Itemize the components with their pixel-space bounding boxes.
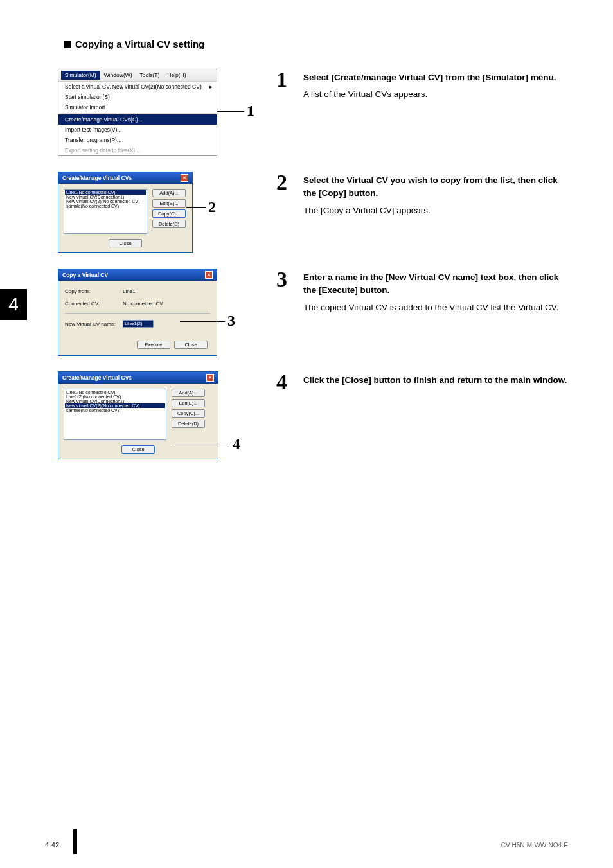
list-item[interactable]: New virtual CV(2)(No connected CV) xyxy=(65,199,146,204)
close-icon[interactable]: × xyxy=(205,271,213,279)
callout-line-3 xyxy=(180,321,225,322)
list-item[interactable]: sample(No connected CV) xyxy=(65,204,146,208)
cv-listbox-2[interactable]: Line1(No connected CV) New virtual CV(Co… xyxy=(64,189,147,234)
connected-cv-value: No connected CV xyxy=(123,301,163,306)
dialog-buttons-2: Add(A)... Edit(E)... Copy(C)... Delete(D… xyxy=(152,189,186,234)
bullet-icon xyxy=(64,41,71,48)
copy-button[interactable]: Copy(C)... xyxy=(152,209,186,218)
step-4-title: Click the [Close] button to finish and r… xyxy=(303,374,567,387)
step-3-text: 3 Enter a name in the [New Virtual CV na… xyxy=(276,269,568,314)
list-item[interactable]: New virtual CV(Connection1) xyxy=(65,399,165,403)
connected-cv-label: Connected CV: xyxy=(65,301,123,306)
step-body-1: Select [Create/manage Virtual CV] from t… xyxy=(303,69,556,102)
close-button[interactable]: Close xyxy=(174,341,208,349)
step-body-3: Enter a name in the [New Virtual CV name… xyxy=(303,269,568,314)
step-4-text: 4 Click the [Close] button to finish and… xyxy=(276,371,568,393)
close-button[interactable]: Close xyxy=(121,445,155,454)
step-row-1: Simulator(M) Window(W) Tools(T) Help(H) … xyxy=(58,69,568,156)
copy-dialog-footer: Execute Close xyxy=(65,334,210,349)
step-row-2: Create/Manage Virtual CVs × Line1(No con… xyxy=(58,172,568,253)
step-row-4: Create/Manage Virtual CVs × Line1(No con… xyxy=(58,371,568,459)
step-2-title: Select the Virtual CV you wish to copy f… xyxy=(303,174,568,200)
page-footer: 4-42 CV-H5N-M-WW-NO4-E xyxy=(0,841,613,849)
copy-dialog-title: Copy a Virtual CV xyxy=(62,272,108,278)
step-2-desc: The [Copy a Virtual CV] appears. xyxy=(303,204,568,217)
connected-cv-row: Connected CV: No connected CV xyxy=(65,301,210,306)
menu-item-import-images[interactable]: Import test images(V)... xyxy=(58,125,217,135)
step-body-2: Select the Virtual CV you wish to copy f… xyxy=(303,172,568,217)
screenshot-4: Create/Manage Virtual CVs × Line1(No con… xyxy=(58,371,251,459)
callout-2: 2 xyxy=(208,199,216,216)
callout-line-4 xyxy=(172,445,230,445)
new-name-label: New Virtual CV name: xyxy=(65,321,123,327)
dialog-title-2: Create/Manage Virtual CVs xyxy=(62,175,132,181)
dialog-footer-4: Close xyxy=(58,445,218,459)
callout-line-1 xyxy=(217,111,244,112)
new-name-input[interactable]: Line1(2) xyxy=(123,320,154,328)
manage-dialog-4: Create/Manage Virtual CVs × Line1(No con… xyxy=(58,371,218,459)
list-item[interactable]: Line1(No connected CV) xyxy=(65,190,146,195)
step-1-text: 1 Select [Create/manage Virtual CV] from… xyxy=(276,69,568,102)
screenshot-3: Copy a Virtual CV × Copy from: Line1 Con… xyxy=(58,269,251,356)
submenu-arrow-icon: ▸ xyxy=(209,84,213,90)
list-item[interactable]: New virtual CV(Connection1) xyxy=(65,195,146,199)
copy-button[interactable]: Copy(C)... xyxy=(172,409,205,418)
step-1-title: Select [Create/manage Virtual CV] from t… xyxy=(303,71,556,84)
callout-3: 3 xyxy=(227,312,235,330)
footer-bar-icon xyxy=(73,829,77,854)
dialog-title-4: Create/Manage Virtual CVs xyxy=(62,375,132,381)
page-content: Copying a Virtual CV setting Simulator(M… xyxy=(0,0,613,459)
doc-id: CV-H5N-M-WW-NO4-E xyxy=(501,842,568,849)
dialog-titlebar-4: Create/Manage Virtual CVs × xyxy=(58,372,218,384)
step-number-1: 1 xyxy=(276,69,294,91)
menu-item-export: Export setting data to files(X)... xyxy=(58,145,217,155)
step-row-3: Copy a Virtual CV × Copy from: Line1 Con… xyxy=(58,269,568,356)
step-1-desc: A list of the Virtual CVs appears. xyxy=(303,88,556,101)
copy-from-row: Copy from: Line1 xyxy=(65,288,210,294)
dialog-footer-2: Close xyxy=(58,239,192,252)
dialog-body-2: Line1(No connected CV) New virtual CV(Co… xyxy=(58,184,192,239)
copy-from-value: Line1 xyxy=(123,288,136,294)
edit-button[interactable]: Edit(E)... xyxy=(172,399,205,407)
close-icon[interactable]: × xyxy=(181,174,188,182)
menu-dropdown: Select a virtual CV. New virtual CV(2)(N… xyxy=(58,82,217,155)
dialog-body-4: Line1(No connected CV) Line1(2)(No conne… xyxy=(58,384,218,445)
step-2-text: 2 Select the Virtual CV you wish to copy… xyxy=(276,172,568,217)
delete-button[interactable]: Delete(D) xyxy=(152,220,186,228)
callout-1: 1 xyxy=(247,102,254,120)
section-heading: Copying a Virtual CV setting xyxy=(64,39,568,49)
app-menu: Simulator(M) Window(W) Tools(T) Help(H) … xyxy=(58,69,217,156)
list-item[interactable]: Line1(2)(No connected CV) xyxy=(65,394,165,399)
chapter-tab: 4 xyxy=(0,289,27,320)
step-3-desc: The copied Virtual CV is added to the Vi… xyxy=(303,301,568,314)
add-button[interactable]: Add(A)... xyxy=(152,189,186,197)
step-number-3: 3 xyxy=(276,269,294,290)
close-button[interactable]: Close xyxy=(109,239,142,247)
step-body-4: Click the [Close] button to finish and r… xyxy=(303,371,567,387)
menu-simulator[interactable]: Simulator(M) xyxy=(61,71,100,80)
menu-tools[interactable]: Tools(T) xyxy=(136,71,164,80)
menu-item-transfer[interactable]: Transfer programs(P)... xyxy=(58,135,217,145)
menu-help[interactable]: Help(H) xyxy=(163,71,190,80)
step-3-title: Enter a name in the [New Virtual CV name… xyxy=(303,271,568,297)
menu-item-start-sim[interactable]: Start simulation(S) xyxy=(58,92,217,102)
cv-listbox-4[interactable]: Line1(No connected CV) Line1(2)(No conne… xyxy=(64,389,166,440)
delete-button[interactable]: Delete(D) xyxy=(172,420,205,428)
edit-button[interactable]: Edit(E)... xyxy=(152,199,186,208)
copy-dialog: Copy a Virtual CV × Copy from: Line1 Con… xyxy=(58,269,217,356)
close-icon[interactable]: × xyxy=(206,374,214,382)
screenshot-2: Create/Manage Virtual CVs × Line1(No con… xyxy=(58,172,251,253)
add-button[interactable]: Add(A)... xyxy=(172,389,205,397)
menu-window[interactable]: Window(W) xyxy=(100,71,136,80)
list-item[interactable]: Line1(No connected CV) xyxy=(65,390,165,394)
menu-item-select-cv[interactable]: Select a virtual CV. New virtual CV(2)(N… xyxy=(58,82,217,92)
list-item[interactable]: sample(No connected CV) xyxy=(65,408,165,412)
list-item[interactable]: New virtual CV(2)(No connected CV) xyxy=(65,403,165,408)
page-number: 4-42 xyxy=(45,841,59,849)
copy-from-label: Copy from: xyxy=(65,288,123,294)
execute-button[interactable]: Execute xyxy=(137,341,170,349)
menu-item-create-manage[interactable]: Create/manage virtual CVs(C)... xyxy=(58,114,217,125)
callout-line-2 xyxy=(186,207,206,208)
menu-item-sim-import[interactable]: Simulator Import xyxy=(58,102,217,112)
screenshot-1: Simulator(M) Window(W) Tools(T) Help(H) … xyxy=(58,69,251,156)
